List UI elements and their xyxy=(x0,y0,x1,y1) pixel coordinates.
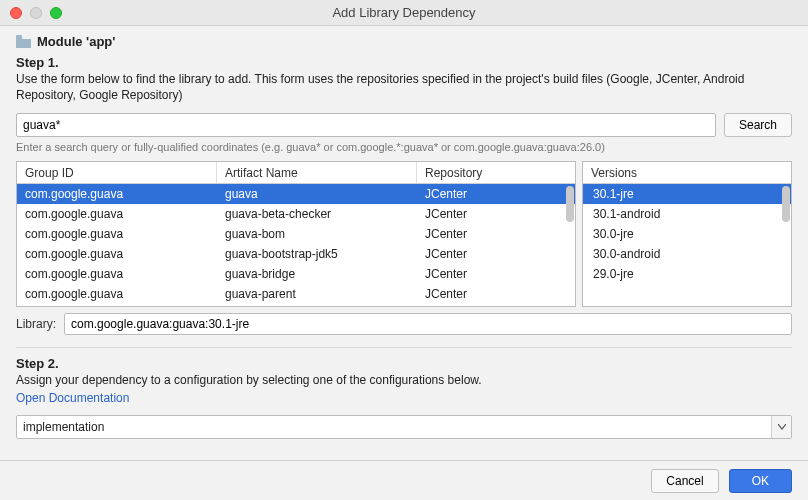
col-group-id[interactable]: Group ID xyxy=(17,162,217,183)
library-label: Library: xyxy=(16,317,56,331)
version-row[interactable]: 30.0-android xyxy=(583,244,791,264)
svg-rect-0 xyxy=(16,35,22,38)
table-row[interactable]: com.google.guavaguava-bridgeJCenter xyxy=(17,264,575,284)
version-row[interactable]: 29.0-jre xyxy=(583,264,791,284)
step1-desc: Use the form below to find the library t… xyxy=(16,71,792,103)
versions-table[interactable]: Versions 30.1-jre30.1-android30.0-jre30.… xyxy=(582,161,792,307)
versions-scrollbar[interactable] xyxy=(782,186,790,222)
step-divider xyxy=(16,347,792,348)
cell-artifact: guava-bootstrap-jdk5 xyxy=(217,247,417,261)
module-name: Module 'app' xyxy=(37,34,115,49)
cell-group: com.google.guava xyxy=(17,287,217,301)
cell-repo: JCenter xyxy=(417,227,575,241)
results-scrollbar[interactable] xyxy=(566,186,574,222)
table-row[interactable]: com.google.guavaguava-bomJCenter xyxy=(17,224,575,244)
cell-repo: JCenter xyxy=(417,247,575,261)
cell-group: com.google.guava xyxy=(17,227,217,241)
cell-repo: JCenter xyxy=(417,267,575,281)
results-table[interactable]: Group ID Artifact Name Repository com.go… xyxy=(16,161,576,307)
cell-repo: JCenter xyxy=(417,187,575,201)
table-row[interactable]: com.google.guavaguavaJCenter xyxy=(17,184,575,204)
results-header: Group ID Artifact Name Repository xyxy=(17,162,575,184)
configuration-select[interactable]: implementation xyxy=(16,415,792,439)
cell-artifact: guava-bom xyxy=(217,227,417,241)
configuration-value: implementation xyxy=(23,420,104,434)
version-row[interactable]: 30.1-android xyxy=(583,204,791,224)
table-row[interactable]: com.google.guavaguava-beta-checkerJCente… xyxy=(17,204,575,224)
version-row[interactable]: 30.1-jre xyxy=(583,184,791,204)
cancel-button[interactable]: Cancel xyxy=(651,469,718,493)
table-row[interactable]: com.google.guavaguava-bootstrap-jdk5JCen… xyxy=(17,244,575,264)
zoom-window-icon[interactable] xyxy=(50,7,62,19)
step2-title: Step 2. xyxy=(16,356,792,371)
cell-repo: JCenter xyxy=(417,207,575,221)
cell-group: com.google.guava xyxy=(17,207,217,221)
cell-group: com.google.guava xyxy=(17,187,217,201)
open-documentation-link[interactable]: Open Documentation xyxy=(16,391,792,405)
cell-artifact: guava-beta-checker xyxy=(217,207,417,221)
chevron-down-icon[interactable] xyxy=(771,416,791,438)
col-versions[interactable]: Versions xyxy=(583,162,791,183)
titlebar: Add Library Dependency xyxy=(0,0,808,26)
cell-repo: JCenter xyxy=(417,287,575,301)
step1-title: Step 1. xyxy=(16,55,792,70)
step2-desc: Assign your dependency to a configuratio… xyxy=(16,372,792,388)
library-input[interactable] xyxy=(64,313,792,335)
module-folder-icon xyxy=(16,35,31,48)
minimize-window-icon xyxy=(30,7,42,19)
cell-artifact: guava xyxy=(217,187,417,201)
table-row[interactable]: com.google.guavaguava-parentJCenter xyxy=(17,284,575,304)
cell-group: com.google.guava xyxy=(17,247,217,261)
search-input[interactable] xyxy=(16,113,716,137)
ok-button[interactable]: OK xyxy=(729,469,792,493)
col-repository[interactable]: Repository xyxy=(417,162,575,183)
version-row[interactable]: 30.0-jre xyxy=(583,224,791,244)
window-controls xyxy=(0,7,62,19)
module-header: Module 'app' xyxy=(16,34,792,49)
cell-group: com.google.guava xyxy=(17,267,217,281)
cell-artifact: guava-parent xyxy=(217,287,417,301)
cell-artifact: guava-bridge xyxy=(217,267,417,281)
close-window-icon[interactable] xyxy=(10,7,22,19)
col-artifact-name[interactable]: Artifact Name xyxy=(217,162,417,183)
search-button[interactable]: Search xyxy=(724,113,792,137)
search-hint: Enter a search query or fully-qualified … xyxy=(16,141,792,153)
versions-header: Versions xyxy=(583,162,791,184)
dialog-title: Add Library Dependency xyxy=(0,5,808,20)
dialog-footer: Cancel OK xyxy=(0,460,808,500)
